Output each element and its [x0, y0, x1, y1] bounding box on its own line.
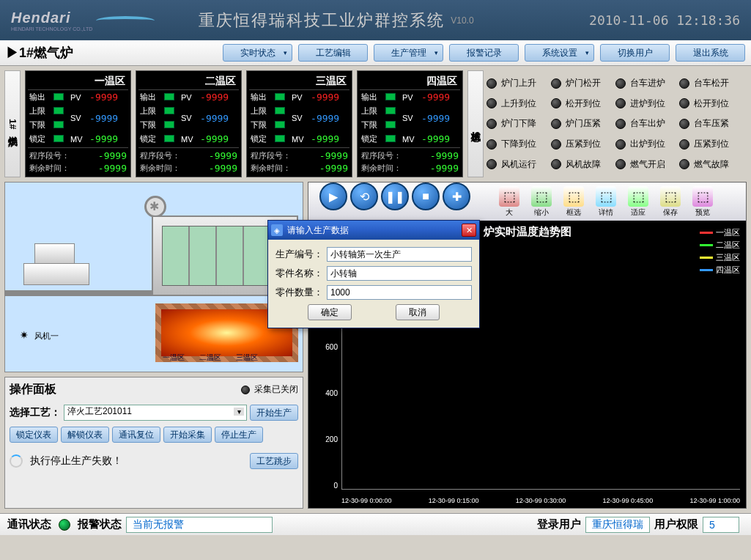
led-icon	[679, 78, 689, 89]
zone-title: 一温区	[28, 73, 128, 90]
logo: Hendari	[11, 10, 70, 26]
furnace-title: ▶1#燃气炉	[6, 44, 73, 62]
mech-status-item: 台车松开	[679, 75, 744, 92]
x-axis-ticks: 12-30-99 0:00:0012-30-99 0:15:0012-30-99…	[341, 497, 740, 504]
nav-process-edit-button[interactable]: 工艺编辑	[298, 44, 368, 62]
save-icon[interactable]: ⬚保存	[654, 185, 687, 219]
status-message: 执行停止生产失败！	[30, 454, 122, 468]
restart-button[interactable]: ⟲	[350, 183, 378, 210]
led-icon	[679, 139, 689, 150]
zone-panel-4: 四温区 输出PV-9999 上限SV-9999 下限 锁定MV-9999 程序段…	[357, 70, 463, 177]
zoom-in-icon[interactable]: ⬚大	[493, 185, 525, 219]
zone-labels: 一温区二温区三温区	[163, 353, 258, 363]
track-icon	[5, 290, 152, 296]
fit-icon[interactable]: ⬚适应	[622, 185, 654, 219]
login-user-label: 登录用户	[537, 517, 581, 531]
nav-alarm-button[interactable]: 报警记录	[449, 44, 519, 62]
mech-status-item: 进炉到位	[615, 95, 680, 113]
comm-led-icon	[59, 519, 70, 531]
mech-status-item: 炉门松开	[551, 75, 615, 92]
led-icon	[487, 139, 497, 150]
nav-realtime-button[interactable]: 实时状态	[223, 44, 292, 62]
mech-status-item: 压紧到位	[679, 136, 744, 153]
led-icon	[487, 119, 497, 129]
process-jump-button[interactable]: 工艺跳步	[250, 453, 298, 469]
logo-subtitle: HENDARI TECHNOLOGY CO.,LTD	[11, 26, 92, 32]
app-title: 重庆恒得瑞科技工业炉群控系统	[199, 10, 445, 32]
status-bar: 通讯状态 报警状态 当前无报警 登录用户 重庆恒得瑞 用户权限 5	[0, 513, 751, 535]
lock-meter-button[interactable]: 锁定仪表	[10, 427, 58, 443]
pause-button[interactable]: ❚❚	[381, 183, 409, 210]
mech-status-item: 台车出炉	[615, 115, 680, 133]
user-perm-value: 5	[703, 517, 739, 533]
zone-panel-3: 三温区 输出PV-9999 上限SV-9999 下限 锁定MV-9999 程序段…	[246, 70, 352, 177]
mech-status-item: 炉门上升	[487, 75, 551, 92]
collect-status-label: 采集已关闭	[254, 383, 298, 396]
zoom-out-icon[interactable]: ⬚缩小	[525, 185, 558, 219]
led-icon	[551, 139, 561, 150]
part-qty-input[interactable]	[327, 285, 472, 300]
unlock-meter-button[interactable]: 解锁仪表	[61, 427, 109, 443]
dialog-icon: ◈	[271, 224, 283, 236]
mech-status-item: 下降到位	[487, 136, 551, 153]
zone-panel-1: 一温区 输出PV-9999 上限SV-9999 下限 锁定MV-9999 程序段…	[25, 70, 131, 177]
mech-status-item: 台车进炉	[615, 75, 680, 92]
cancel-button[interactable]: 取消	[396, 304, 440, 320]
dialog-titlebar[interactable]: ◈ 请输入生产数据 ✕	[268, 221, 479, 240]
led-icon	[679, 119, 689, 129]
led-icon	[551, 98, 561, 108]
ok-button[interactable]: 确定	[308, 304, 352, 320]
stop-button[interactable]: ■	[412, 183, 440, 210]
settings-button[interactable]: ✚	[443, 183, 470, 210]
collect-led-icon	[241, 386, 250, 394]
alarm-status-label: 报警状态	[78, 517, 122, 531]
zone-title: 三温区	[249, 73, 349, 90]
wheel-icon	[144, 196, 166, 218]
nav-exit-button[interactable]: 退出系统	[676, 44, 745, 62]
play-button[interactable]: ▶	[319, 183, 347, 210]
comm-reset-button[interactable]: 通讯复位	[112, 427, 160, 443]
part-name-label: 零件名称：	[275, 267, 327, 280]
login-user-value: 重庆恒得瑞	[585, 517, 650, 533]
mech-status-item: 风机运行	[487, 155, 551, 173]
led-icon	[551, 159, 561, 169]
start-collect-button[interactable]: 开始采集	[163, 427, 212, 443]
detail-icon[interactable]: ⬚详情	[590, 185, 622, 219]
select-icon[interactable]: ⬚框选	[558, 185, 590, 219]
zone-title: 二温区	[138, 73, 239, 90]
mech-status-item: 松开到位	[551, 95, 615, 113]
spinner-icon	[10, 454, 23, 468]
comm-status-label: 通讯状态	[7, 517, 51, 531]
preview-icon[interactable]: ⬚预览	[687, 185, 719, 219]
block-icon	[23, 263, 89, 285]
led-icon	[487, 98, 497, 108]
block-icon	[34, 243, 75, 264]
process-select[interactable]: 淬火工艺201011	[64, 405, 247, 421]
mech-status-item: 松开到位	[679, 95, 744, 113]
mech-status-item: 燃气故障	[679, 155, 744, 173]
mech-status-item: 台车压紧	[679, 115, 744, 133]
furnace-side-label: 1#燃气炉	[4, 70, 21, 177]
led-icon	[551, 119, 561, 129]
nav-production-button[interactable]: 生产管理	[374, 44, 443, 62]
nav-settings-button[interactable]: 系统设置	[525, 44, 594, 62]
part-qty-label: 零件数量：	[275, 286, 327, 299]
user-perm-label: 用户权限	[654, 517, 698, 531]
select-process-label: 选择工艺：	[10, 406, 61, 419]
mech-status-item: 出炉到位	[615, 136, 680, 153]
control-panel: 操作面板 采集已关闭 选择工艺： 淬火工艺201011 开始生产 锁定仪表 解锁…	[4, 377, 303, 509]
mech-status-item: 风机故障	[551, 155, 615, 173]
stop-production-button[interactable]: 停止生产	[215, 427, 263, 443]
mech-status-item: 燃气开启	[615, 155, 680, 173]
start-production-button[interactable]: 开始生产	[250, 405, 298, 421]
mech-status-item: 炉门压紧	[551, 115, 615, 133]
datetime-label: 2010-11-06 12:18:36	[589, 12, 740, 28]
part-name-input[interactable]	[327, 266, 472, 281]
nav-switch-user-button[interactable]: 切换用户	[600, 44, 670, 62]
close-icon[interactable]: ✕	[462, 224, 476, 237]
prod-id-input[interactable]	[327, 247, 472, 262]
nav-bar: ▶1#燃气炉 实时状态 工艺编辑 生产管理 报警记录 系统设置 切换用户 退出系…	[0, 40, 751, 66]
led-icon	[615, 98, 626, 108]
dialog-title: 请输入生产数据	[287, 224, 349, 237]
led-icon	[551, 78, 561, 89]
